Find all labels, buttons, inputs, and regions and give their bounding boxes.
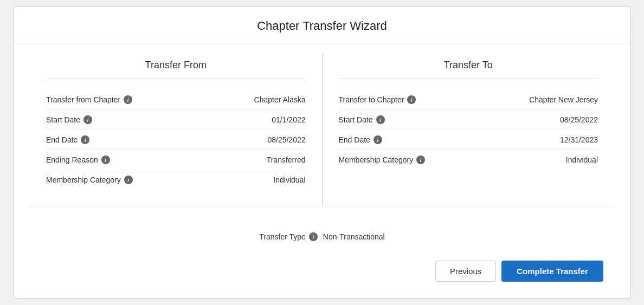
field-row-to-end-date: End Date i 12/31/2023 — [339, 130, 598, 150]
to-start-date-label: Start Date i — [339, 115, 385, 124]
field-row-ending-reason: Ending Reason i Transferred — [46, 150, 306, 170]
field-row-from-start-date: Start Date i 01/1/2022 — [46, 110, 306, 130]
ending-reason-label: Ending Reason i — [46, 155, 110, 164]
transfer-to-column: Transfer To Transfer to Chapter i Chapte… — [323, 54, 615, 206]
from-end-date-info-icon[interactable]: i — [81, 135, 89, 144]
field-row-from-end-date: End Date i 08/25/2022 — [46, 130, 306, 150]
transfer-to-chapter-value: Chapter New Jersey — [529, 95, 598, 104]
from-membership-category-value: Individual — [273, 176, 305, 184]
transfer-type-info-icon[interactable]: i — [309, 232, 318, 241]
previous-button[interactable]: Previous — [435, 261, 496, 282]
field-row-transfer-to-chapter: Transfer to Chapter i Chapter New Jersey — [339, 90, 598, 110]
transfer-from-column: Transfer From Transfer from Chapter i Ch… — [30, 54, 323, 206]
wizard-title: Chapter Transfer Wizard — [14, 19, 630, 33]
to-start-date-info-icon[interactable]: i — [376, 115, 385, 124]
to-end-date-label: End Date i — [339, 135, 382, 144]
transfer-to-title: Transfer To — [339, 60, 598, 79]
to-membership-category-value: Individual — [566, 155, 598, 164]
from-membership-category-label: Membership Category i — [46, 176, 133, 184]
transfer-to-chapter-label: Transfer to Chapter i — [339, 95, 416, 104]
wizard-container: Chapter Transfer Wizard Transfer From Tr… — [13, 7, 631, 298]
transfer-from-chapter-label: Transfer from Chapter i — [46, 95, 132, 104]
to-membership-category-info-icon[interactable]: i — [416, 155, 425, 164]
from-start-date-info-icon[interactable]: i — [83, 115, 92, 124]
transfer-type-row: Transfer Type i Non-Transactional — [30, 223, 614, 253]
transfer-from-title: Transfer From — [46, 60, 306, 79]
wizard-header: Chapter Transfer Wizard — [14, 7, 630, 43]
complete-transfer-button[interactable]: Complete Transfer — [501, 261, 603, 282]
transfer-type-value: Non-Transactional — [323, 232, 385, 241]
wizard-body: Transfer From Transfer from Chapter i Ch… — [14, 43, 630, 298]
transfer-to-chapter-info-icon[interactable]: i — [407, 95, 416, 104]
field-row-transfer-from-chapter: Transfer from Chapter i Chapter Alaska — [46, 90, 306, 110]
to-start-date-value: 08/25/2022 — [560, 115, 598, 124]
ending-reason-value: Transferred — [267, 155, 306, 164]
field-row-from-membership-category: Membership Category i Individual — [46, 170, 306, 190]
to-end-date-info-icon[interactable]: i — [373, 135, 382, 144]
transfer-from-chapter-info-icon[interactable]: i — [124, 95, 132, 104]
from-start-date-label: Start Date i — [46, 115, 92, 124]
transfer-type-label: Transfer Type i — [259, 232, 318, 241]
from-membership-category-info-icon[interactable]: i — [124, 176, 133, 184]
to-membership-category-label: Membership Category i — [339, 155, 426, 164]
from-end-date-label: End Date i — [46, 135, 89, 144]
footer-buttons: Previous Complete Transfer — [30, 253, 614, 293]
transfer-from-chapter-value: Chapter Alaska — [254, 95, 306, 104]
from-start-date-value: 01/1/2022 — [272, 115, 305, 124]
columns-row: Transfer From Transfer from Chapter i Ch… — [30, 54, 614, 206]
field-row-to-membership-category: Membership Category i Individual — [339, 150, 598, 170]
ending-reason-info-icon[interactable]: i — [101, 155, 110, 164]
from-end-date-value: 08/25/2022 — [267, 135, 305, 144]
to-end-date-value: 12/31/2023 — [560, 135, 598, 144]
field-row-to-start-date: Start Date i 08/25/2022 — [339, 110, 598, 130]
